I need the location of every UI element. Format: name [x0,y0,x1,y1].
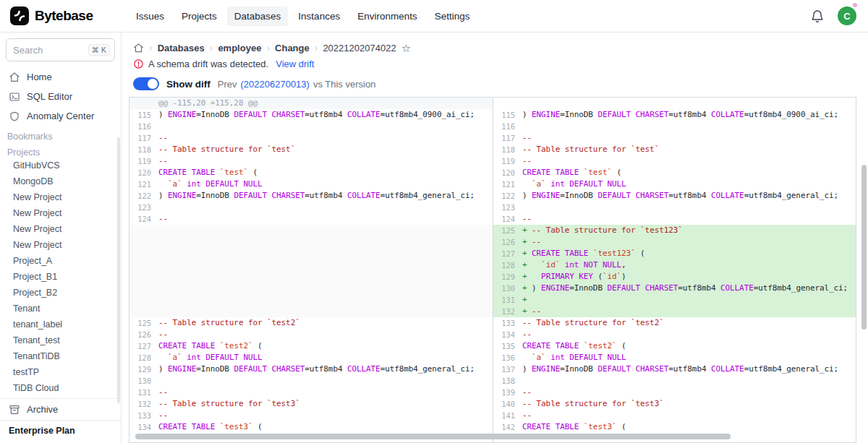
diff-line: 124-- [493,213,856,225]
diff-line: 131-- [129,387,493,398]
avatar[interactable]: C [838,7,856,25]
diff-line: 128 `a` int DEFAULT NULL [129,352,493,364]
line-number: 130 [129,375,157,387]
diff-line: 129) ENGINE=InnoDB DEFAULT CHARSET=utf8m… [129,364,493,375]
sidebar-scrollbar[interactable] [117,137,120,403]
line-code: + CREATE TABLE `test123` ( [521,248,856,259]
sidebar-project-project-b1[interactable]: Project_B1 [0,269,121,285]
topnav-item-environments[interactable]: Environments [350,7,425,26]
line-number: 119 [493,155,521,167]
diff-line [129,294,493,306]
diff-line: 117-- [129,132,493,144]
line-number: 128 [493,259,521,271]
sidebar-project-tenanttidb[interactable]: TenantTiDB [0,348,121,364]
sidebar-project-tenant-test[interactable]: Tenant_test [0,332,121,348]
line-code: -- [157,155,493,167]
sidebar-item-label: Home [27,72,52,82]
breadcrumb-item-employee[interactable]: employee [218,43,261,53]
section-projects: Projects [0,142,121,158]
diff-line: 129+ PRIMARY KEY (`id`) [493,271,856,283]
line-code: ) ENGINE=InnoDB DEFAULT CHARSET=utf8mb4 … [521,364,856,375]
sidebar-project-githubvcs[interactable]: GitHubVCS [0,158,121,173]
line-code: -- [157,329,493,340]
sidebar-project-tenant-label[interactable]: tenant_label [0,317,121,332]
project-list: GitHubVCSMongoDBNew ProjectNew ProjectNe… [0,158,121,398]
diff-line: 125-- Table structure for `test2` [129,317,493,329]
diff-line: 122) ENGINE=InnoDB DEFAULT CHARSET=utf8m… [129,190,493,202]
breadcrumb-item-20221202074022[interactable]: 20221202074022 [323,43,396,53]
diff-line: 132-- Table structure for `test3` [129,398,493,410]
line-code [157,294,493,306]
line-code [157,259,493,271]
horizontal-scrollbar[interactable] [135,434,731,439]
breadcrumb-item-databases[interactable]: Databases [158,43,205,53]
sidebar-project-mongodb[interactable]: MongoDB [0,173,121,189]
search-box[interactable]: ⌘ K [6,38,115,61]
line-code: ) ENGINE=InnoDB DEFAULT CHARSET=utf8mb4 … [157,364,493,375]
home-icon[interactable] [133,43,144,53]
line-code: `a` int DEFAULT NULL [157,179,493,190]
diff-line: 123 [493,202,856,213]
topnav-item-databases[interactable]: Databases [227,7,289,26]
bytebase-logo[interactable]: Bytebase [0,7,122,25]
sidebar-item-sql-editor[interactable]: SQL Editor [0,87,121,106]
sidebar-project-new-project[interactable]: New Project [0,237,121,253]
sidebar-project-tidb-cloud[interactable]: TiDB Cloud [0,380,121,396]
sidebar-project-tenant[interactable]: Tenant [0,301,121,317]
line-number: 116 [129,121,157,132]
topnav-item-settings[interactable]: Settings [427,7,477,26]
line-number [129,306,157,317]
plan-label: Enterprise Plan [0,420,121,443]
line-code [521,375,856,387]
show-diff-toggle[interactable] [133,77,159,90]
sidebar-project-testtp[interactable]: testTP [0,364,121,380]
top-navigation-bar: Bytebase IssuesProjectsDatabasesInstance… [0,0,868,33]
home-icon [9,72,20,83]
sidebar-project-project-b2[interactable]: Project_B2 [0,285,121,301]
line-code: -- [521,132,856,144]
line-code: + ) ENGINE=InnoDB DEFAULT CHARSET=utf8mb… [521,283,856,294]
star-icon[interactable]: ☆ [401,43,411,53]
line-number: 126 [493,236,521,248]
diff-line: 124-- [129,213,493,225]
sidebar-project-new-project[interactable]: New Project [0,205,121,221]
line-number: 120 [129,167,157,179]
diff-add-marker: + [522,260,527,270]
line-code: -- Table structure for `test3` [521,398,856,410]
line-number: 134 [493,329,521,340]
line-code: + [521,294,856,306]
diff-line [129,259,493,271]
prev-version-link[interactable]: (202206270013) [240,79,309,90]
diff-line: 136 `a` int DEFAULT NULL [493,352,856,364]
sidebar-project-new-project[interactable]: New Project [0,189,121,205]
line-code: `a` int DEFAULT NULL [157,352,493,364]
line-number: 132 [493,306,521,317]
sidebar-item-anomaly-center[interactable]: Anomaly Center [0,106,121,126]
sidebar-item-home[interactable]: Home [0,67,121,87]
topnav-item-projects[interactable]: Projects [174,7,224,26]
line-code: CREATE TABLE `test2` ( [521,340,856,352]
diff-add-marker: + [522,249,527,258]
line-number [129,271,157,283]
line-number: 123 [493,202,521,213]
topnav-item-instances[interactable]: Instances [291,7,347,26]
line-code: -- Table structure for `test` [521,144,856,155]
topnav-item-issues[interactable]: Issues [129,7,171,26]
page-scrollbar[interactable] [861,165,867,330]
diff-line: 134-- [493,329,856,340]
diff-line: 133-- [129,410,493,421]
diff-line [493,98,856,109]
diff-right: 115) ENGINE=InnoDB DEFAULT CHARSET=utf8m… [493,98,856,442]
notification-bell-icon[interactable] [810,9,825,23]
breadcrumb-item-change[interactable]: Change [275,43,310,53]
line-code: -- [521,410,856,421]
search-input[interactable] [13,45,85,56]
line-number: 118 [493,144,521,155]
line-code: + -- Table structure for `test123` [521,225,856,236]
line-number: 124 [129,213,157,225]
sidebar-item-archive[interactable]: Archive [0,398,121,420]
view-drift-link[interactable]: View drift [276,59,314,69]
sidebar-project-project-a[interactable]: Project_A [0,253,121,269]
line-number: 115 [493,109,521,121]
sidebar-project-new-project[interactable]: New Project [0,221,121,237]
